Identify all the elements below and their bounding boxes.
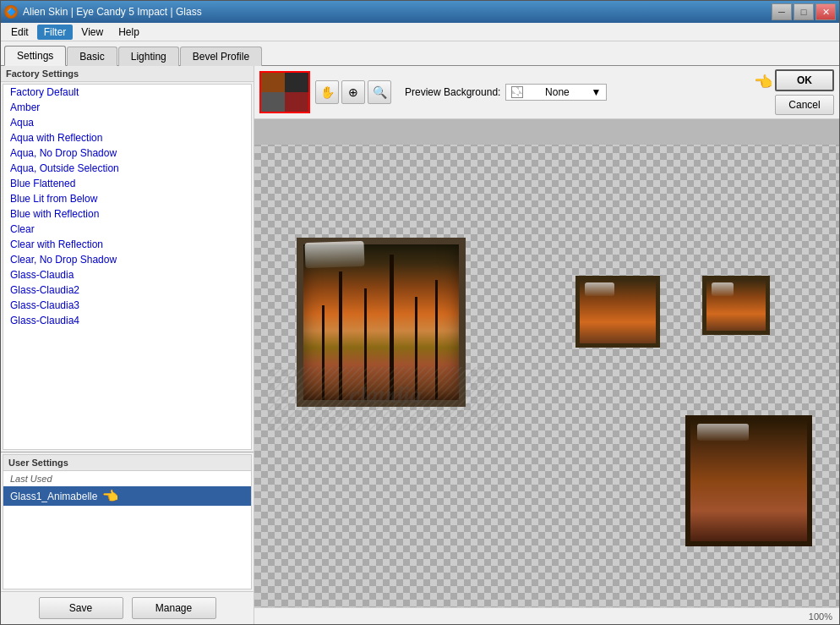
menu-help[interactable]: Help: [112, 25, 146, 40]
gray-strip: [254, 119, 839, 145]
preview-toolbar: ✋ ⊕ 🔍 Preview Background: None ▼ 👉 OK: [254, 66, 839, 119]
last-used-label: Last Used: [3, 471, 251, 486]
user-settings-header: User Settings: [3, 455, 251, 471]
list-item-glass-claudia[interactable]: Glass-Claudia: [3, 267, 251, 282]
ok-button[interactable]: 👉 OK: [775, 69, 834, 91]
tab-bevel-profile[interactable]: Bevel Profile: [180, 47, 262, 66]
preview-canvas[interactable]: claudia: [254, 119, 839, 607]
list-item-blue-flattened[interactable]: Blue Flattened: [3, 176, 251, 191]
tool-buttons: ✋ ⊕ 🔍: [315, 80, 391, 104]
list-item-blue-lit[interactable]: Blue Lit from Below: [3, 191, 251, 206]
small-shine-2: [712, 282, 734, 296]
list-item-clear-no-drop[interactable]: Clear, No Drop Shadow: [3, 252, 251, 267]
thumb-q1: [261, 73, 285, 92]
cancel-button[interactable]: Cancel: [775, 95, 834, 115]
close-button[interactable]: ✕: [815, 3, 836, 20]
list-item-factory-default[interactable]: Factory Default: [3, 85, 251, 100]
right-panel: ✋ ⊕ 🔍 Preview Background: None ▼ 👉 OK: [254, 66, 839, 624]
user-settings-container: User Settings Last Used Glass1_Animabell…: [3, 454, 252, 589]
thumb-q2: [285, 73, 308, 92]
save-button[interactable]: Save: [39, 597, 123, 619]
factory-settings-list[interactable]: Factory Default Amber Aqua Aqua with Ref…: [3, 84, 252, 450]
hand-pointer-icon: 👉: [102, 488, 119, 504]
bottom-buttons: Save Manage: [1, 591, 254, 624]
list-item-aqua[interactable]: Aqua: [3, 115, 251, 130]
manage-button[interactable]: Manage: [132, 597, 216, 619]
thumb-inner: [261, 73, 308, 112]
list-item-clear-reflection[interactable]: Clear with Reflection: [3, 237, 251, 252]
tabs-row: Settings Basic Lighting Bevel Profile: [1, 41, 839, 65]
svg-text:claudia: claudia: [349, 381, 422, 408]
factory-settings-header: Factory Settings: [1, 66, 254, 82]
preview-bg-dropdown[interactable]: None ▼: [505, 84, 607, 101]
glass-shine-large: [304, 241, 364, 268]
menu-view[interactable]: View: [74, 25, 110, 40]
glass-frame-small-1: [575, 276, 660, 348]
main-window: 🔷 Alien Skin | Eye Candy 5 Impact | Glas…: [0, 0, 840, 625]
window-title: Alien Skin | Eye Candy 5 Impact | Glass: [23, 6, 202, 18]
list-item-aqua-outside[interactable]: Aqua, Outside Selection: [3, 161, 251, 176]
maximize-button[interactable]: □: [794, 3, 814, 20]
zoom-in-button[interactable]: ⊕: [341, 80, 365, 104]
status-bar: 100%: [254, 607, 839, 624]
watermark-container: claudia: [263, 365, 508, 432]
title-bar-controls: ─ □ ✕: [772, 3, 836, 20]
app-icon: 🔷: [4, 5, 18, 19]
list-item-clear[interactable]: Clear: [3, 222, 251, 237]
zoom-level: 100%: [809, 611, 832, 622]
left-panel: Factory Settings Factory Default Amber A…: [1, 66, 254, 624]
title-bar: 🔷 Alien Skin | Eye Candy 5 Impact | Glas…: [1, 1, 839, 23]
dropdown-arrow-icon: ▼: [591, 86, 601, 98]
small-autumn-bg-1: [575, 276, 660, 348]
tab-basic[interactable]: Basic: [67, 47, 117, 66]
minimize-button[interactable]: ─: [772, 3, 792, 20]
glass-frame-small-2: [702, 276, 770, 335]
list-item-blue-reflection[interactable]: Blue with Reflection: [3, 206, 251, 222]
menu-bar: Edit Filter View Help: [1, 23, 839, 41]
list-item-amber[interactable]: Amber: [3, 100, 251, 115]
list-item-glass-claudia2[interactable]: Glass-Claudia2: [3, 282, 251, 298]
preview-thumbnail: [259, 71, 310, 113]
factory-settings-container: Factory Settings Factory Default Amber A…: [1, 66, 254, 452]
bg-color-swatch: [511, 86, 523, 98]
thumb-q4: [285, 92, 308, 112]
list-item-glass-claudia3[interactable]: Glass-Claudia3: [3, 298, 251, 313]
checker-background: claudia: [254, 119, 839, 607]
title-bar-left: 🔷 Alien Skin | Eye Candy 5 Impact | Glas…: [4, 5, 202, 19]
menu-edit[interactable]: Edit: [4, 25, 35, 40]
hand-ok-icon: 👉: [755, 73, 773, 91]
pan-tool-button[interactable]: ✋: [315, 80, 339, 104]
list-item-aqua-no-drop[interactable]: Aqua, No Drop Shadow: [3, 145, 251, 161]
small-shine-1: [585, 282, 614, 296]
bottom-autumn-bg: [685, 415, 812, 546]
watermark-svg: claudia: [267, 367, 504, 430]
small-autumn-bg-2: [702, 276, 770, 335]
ok-cancel-area: 👉 OK Cancel: [775, 69, 834, 115]
tab-lighting[interactable]: Lighting: [118, 47, 179, 66]
app-icon-text: 🔷: [7, 8, 16, 16]
preview-bg-value: None: [545, 86, 570, 98]
menu-filter[interactable]: Filter: [37, 25, 74, 40]
tab-settings[interactable]: Settings: [4, 46, 66, 66]
list-item-aqua-reflection[interactable]: Aqua with Reflection: [3, 130, 251, 145]
zoom-out-button[interactable]: 🔍: [368, 80, 391, 104]
user-list-item-glass1[interactable]: Glass1_Animabelle 👉: [3, 486, 251, 506]
bottom-shine: [697, 424, 749, 441]
thumb-q3: [261, 92, 285, 112]
list-item-glass-claudia4[interactable]: Glass-Claudia4: [3, 313, 251, 328]
preview-bg-label: Preview Background:: [405, 86, 500, 98]
main-content: Factory Settings Factory Default Amber A…: [1, 65, 839, 624]
glass-frame-bottom: [685, 415, 812, 546]
